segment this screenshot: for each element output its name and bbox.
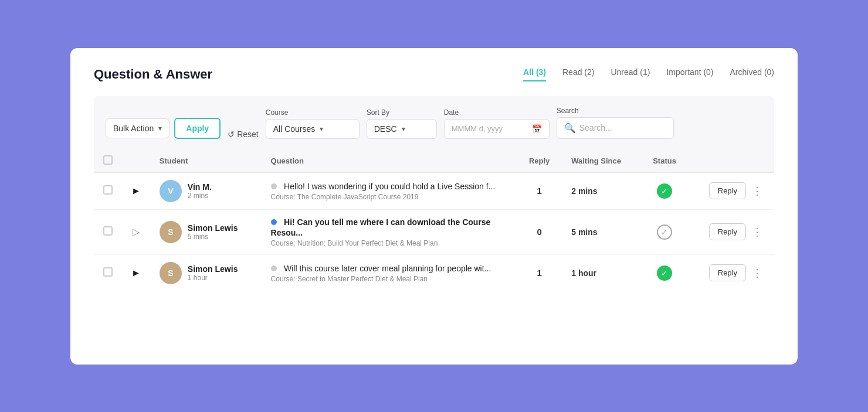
read-arrow-icon: ► <box>131 186 141 196</box>
chevron-down-icon: ▾ <box>402 125 405 133</box>
course-select[interactable]: All Courses ▾ <box>266 119 360 139</box>
sort-filter-group: Sort By DESC ▾ <box>367 108 437 139</box>
reply-button[interactable]: Reply <box>709 223 746 240</box>
more-options-button[interactable]: ⋮ <box>750 185 765 198</box>
row-arrow-cell: ► <box>122 172 150 209</box>
bulk-action-label: Bulk Action <box>113 124 154 133</box>
calendar-icon: 📅 <box>532 124 542 134</box>
unread-arrow-icon: ▷ <box>133 227 140 237</box>
row-checkbox-cell <box>94 209 122 254</box>
course-name: Course: The Complete JavaScript Course 2… <box>271 193 507 201</box>
avatar: S <box>160 262 182 284</box>
student-name: Simon Lewis <box>188 264 238 274</box>
search-box[interactable]: 🔍 <box>557 117 674 139</box>
tab-all[interactable]: All (3) <box>523 67 546 81</box>
reply-count: 1 <box>537 186 541 196</box>
row-question-cell: Hello! I was wondering if you could hold… <box>262 172 517 209</box>
question-text: Hello! I was wondering if you could hold… <box>284 182 495 191</box>
row-student-cell: S Simon Lewis 1 hour <box>150 254 262 291</box>
table-row: ► S Simon Lewis 1 hour Will this course … <box>94 254 774 291</box>
row-actions-cell: Reply ⋮ <box>689 209 774 254</box>
status-icon-pending: ✓ <box>657 224 672 240</box>
row-status-cell: ✓ <box>640 172 689 209</box>
row-waiting-cell: 5 mins <box>562 209 640 254</box>
row-checkbox[interactable] <box>103 185 113 195</box>
reply-count: 1 <box>537 268 541 278</box>
status-icon-resolved: ✓ <box>657 265 672 281</box>
sort-label: Sort By <box>367 108 437 117</box>
row-question-cell: Hi! Can you tell me where I can download… <box>262 209 517 254</box>
row-reply-count-cell: 0 <box>517 209 562 254</box>
table-header-row: Student Question Reply Waiting Since Sta… <box>94 149 774 173</box>
read-arrow-icon: ► <box>131 268 141 278</box>
course-name: Course: Secret to Master Perfect Diet & … <box>271 275 507 283</box>
student-time: 1 hour <box>188 274 238 282</box>
student-info: Vin M. 2 mins <box>188 182 212 200</box>
search-label: Search <box>557 107 674 115</box>
row-checkbox-cell <box>94 254 122 291</box>
sort-value: DESC <box>374 124 397 134</box>
more-options-button[interactable]: ⋮ <box>750 226 765 239</box>
row-question-cell: Will this course later cover meal planni… <box>262 254 517 291</box>
course-label: Course <box>266 108 360 117</box>
col-student: Student <box>150 149 262 173</box>
col-status: Status <box>640 149 689 173</box>
waiting-since: 5 mins <box>571 227 597 237</box>
question-indicator <box>271 219 277 225</box>
sort-select[interactable]: DESC ▾ <box>367 119 437 139</box>
student-info: Simon Lewis 5 mins <box>188 223 238 241</box>
table-row: ► V Vin M. 2 mins Hello! I was wondering… <box>94 172 774 209</box>
apply-button[interactable]: Apply <box>174 118 221 139</box>
col-reply: Reply <box>517 149 562 173</box>
main-card: Question & Answer All (3) Read (2) Unrea… <box>70 48 798 365</box>
waiting-since: 2 mins <box>571 186 597 196</box>
row-checkbox-cell <box>94 172 122 209</box>
course-name: Course: Nutrition: Build Your Perfect Di… <box>271 239 507 247</box>
table-wrapper: Bulk Action ▾ Apply ↺ Reset Course All C… <box>94 96 774 291</box>
header: Question & Answer All (3) Read (2) Unrea… <box>94 67 774 82</box>
row-checkbox[interactable] <box>103 267 113 277</box>
col-actions <box>689 149 774 173</box>
student-time: 2 mins <box>188 192 212 200</box>
col-waiting: Waiting Since <box>562 149 640 173</box>
header-checkbox[interactable] <box>103 155 113 165</box>
filters-bar: Bulk Action ▾ Apply ↺ Reset Course All C… <box>94 96 774 149</box>
reply-button[interactable]: Reply <box>709 182 746 199</box>
date-filter-group: Date MMMM d, yyyy 📅 <box>444 108 550 139</box>
row-student-cell: S Simon Lewis 5 mins <box>150 209 262 254</box>
row-status-cell: ✓ <box>640 254 689 291</box>
tab-unread[interactable]: Unread (1) <box>611 67 650 81</box>
avatar: S <box>160 221 182 243</box>
date-placeholder: MMMM d, yyyy <box>452 124 503 133</box>
tab-important[interactable]: Important (0) <box>666 67 713 81</box>
row-arrow-cell: ► <box>122 254 150 291</box>
tab-archived[interactable]: Archived (0) <box>730 67 774 81</box>
tab-read[interactable]: Read (2) <box>562 67 594 81</box>
student-info: Simon Lewis 1 hour <box>188 264 238 282</box>
reply-count: 0 <box>537 227 541 237</box>
more-options-button[interactable]: ⋮ <box>750 267 765 280</box>
chevron-down-icon: ▾ <box>320 125 323 133</box>
row-waiting-cell: 1 hour <box>562 254 640 291</box>
col-arrow <box>122 149 150 173</box>
row-checkbox[interactable] <box>103 226 113 236</box>
reset-button[interactable]: ↺ Reset <box>228 130 259 139</box>
student-time: 5 mins <box>188 233 238 241</box>
reset-icon: ↺ <box>228 130 235 139</box>
row-student-cell: V Vin M. 2 mins <box>150 172 262 209</box>
col-checkbox <box>94 149 122 173</box>
bulk-action-group: Bulk Action ▾ Apply <box>106 118 221 139</box>
reply-button[interactable]: Reply <box>709 264 746 281</box>
search-filter-group: Search 🔍 <box>557 107 674 139</box>
student-name: Simon Lewis <box>188 223 238 233</box>
bulk-action-select[interactable]: Bulk Action ▾ <box>106 118 169 138</box>
row-reply-count-cell: 1 <box>517 172 562 209</box>
row-actions-cell: Reply ⋮ <box>689 172 774 209</box>
page-title: Question & Answer <box>94 67 212 82</box>
question-text: Hi! Can you tell me where I can download… <box>271 217 491 237</box>
course-value: All Courses <box>273 124 316 134</box>
row-status-cell: ✓ <box>640 209 689 254</box>
search-input[interactable] <box>579 123 666 132</box>
date-input[interactable]: MMMM d, yyyy 📅 <box>444 119 550 139</box>
search-icon: 🔍 <box>564 122 576 134</box>
